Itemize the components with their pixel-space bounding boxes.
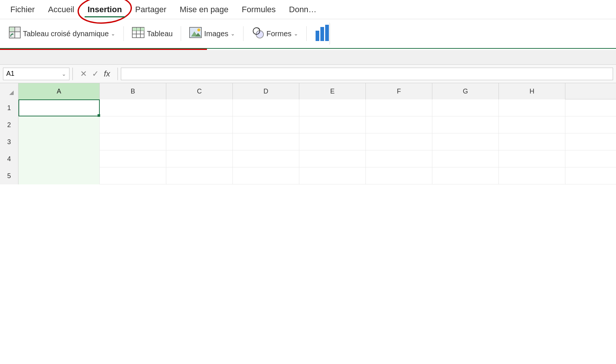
cell-B1[interactable] <box>100 99 166 116</box>
col-header-H[interactable]: H <box>499 83 565 99</box>
svg-rect-24 <box>316 31 319 41</box>
ribbon-tableau-croise[interactable]: Tableau croisé dynamique ⌄ <box>4 23 120 45</box>
cell-F1[interactable] <box>366 99 432 116</box>
cell-F3[interactable] <box>366 133 432 150</box>
cell-E3[interactable] <box>299 133 366 150</box>
row-header-1: 1 <box>0 99 18 116</box>
col-header-C[interactable]: C <box>166 83 233 99</box>
ribbon-sep-4 <box>306 26 307 41</box>
row-3: 3 <box>0 133 616 150</box>
menu-accueil[interactable]: Accueil <box>41 2 81 17</box>
cell-A4[interactable] <box>18 150 100 167</box>
menu-mise-en-page[interactable]: Mise en page <box>173 2 235 17</box>
menu-donnees[interactable]: Donn… <box>282 2 323 17</box>
svg-point-20 <box>197 28 200 31</box>
col-header-D[interactable]: D <box>233 83 299 99</box>
formes-chevron: ⌄ <box>294 31 298 37</box>
col-header-A[interactable]: A <box>18 83 100 99</box>
menu-fichier[interactable]: Fichier <box>4 2 41 17</box>
cell-E4[interactable] <box>299 150 366 167</box>
ribbon-formes[interactable]: Formes ⌄ <box>247 23 303 45</box>
cell-B3[interactable] <box>100 133 166 150</box>
confirm-button[interactable]: ✓ <box>92 69 99 79</box>
cell-B2[interactable] <box>100 116 166 133</box>
col-header-E[interactable]: E <box>299 83 366 99</box>
formes-label: Formes <box>266 30 292 38</box>
col-header-G[interactable]: G <box>432 83 499 99</box>
cell-D3[interactable] <box>233 133 299 150</box>
fx-button[interactable]: fx <box>104 69 110 79</box>
svg-rect-5 <box>15 27 20 31</box>
images-chevron: ⌄ <box>231 31 235 37</box>
cell-A1[interactable] <box>18 99 100 116</box>
svg-rect-4 <box>10 27 14 31</box>
svg-rect-16 <box>141 28 144 31</box>
menu-partager[interactable]: Partager <box>129 2 173 17</box>
cell-H5[interactable] <box>499 167 565 184</box>
ribbon-sep-3 <box>243 26 244 41</box>
cell-G3[interactable] <box>432 133 499 150</box>
row-header-3: 3 <box>0 133 18 150</box>
cell-C1[interactable] <box>166 99 233 116</box>
row-header-5: 5 <box>0 167 18 184</box>
cell-D5[interactable] <box>233 167 299 184</box>
cell-E5[interactable] <box>299 167 366 184</box>
cell-C3[interactable] <box>166 133 233 150</box>
menu-formules[interactable]: Formules <box>235 2 282 17</box>
formula-input[interactable] <box>121 68 613 80</box>
cell-F5[interactable] <box>366 167 432 184</box>
col-header-F[interactable]: F <box>366 83 432 99</box>
cell-G4[interactable] <box>432 150 499 167</box>
cell-C2[interactable] <box>166 116 233 133</box>
cell-A5[interactable] <box>18 167 100 184</box>
svg-rect-7 <box>15 32 20 38</box>
cell-H4[interactable] <box>499 150 565 167</box>
cancel-button[interactable]: ✕ <box>80 69 87 79</box>
column-headers: A B C D E F G H <box>0 83 616 99</box>
cell-D4[interactable] <box>233 150 299 167</box>
cell-B5[interactable] <box>100 167 166 184</box>
cell-H1[interactable] <box>499 99 565 116</box>
menu-bar: Fichier Accueil Insertion Partager Mise … <box>0 0 616 19</box>
select-all-triangle <box>9 91 14 95</box>
row-4: 4 <box>0 150 616 167</box>
cell-G1[interactable] <box>432 99 499 116</box>
cell-B4[interactable] <box>100 150 166 167</box>
cell-F2[interactable] <box>366 116 432 133</box>
cell-F4[interactable] <box>366 150 432 167</box>
cell-G5[interactable] <box>432 167 499 184</box>
formula-divider-2 <box>118 68 118 80</box>
cell-H2[interactable] <box>499 116 565 133</box>
table-icon <box>132 27 144 41</box>
svg-rect-25 <box>320 27 324 41</box>
row-2: 2 <box>0 116 616 133</box>
formula-divider <box>72 68 73 80</box>
name-box[interactable]: A1 ⌄ <box>3 68 69 80</box>
ribbon-images[interactable]: Images ⌄ <box>185 23 239 45</box>
cell-A2[interactable] <box>18 116 100 133</box>
row-5: 5 <box>0 167 616 184</box>
ribbon-spacer <box>0 50 616 65</box>
cell-reference: A1 <box>6 70 14 78</box>
insertion-wrapper: Insertion <box>88 5 122 14</box>
name-box-chevron[interactable]: ⌄ <box>62 71 66 77</box>
cell-E2[interactable] <box>299 116 366 133</box>
col-header-B[interactable]: B <box>100 83 166 99</box>
cell-E1[interactable] <box>299 99 366 116</box>
ribbon-tableau[interactable]: Tableau <box>127 23 177 45</box>
ribbon-graphiques[interactable] <box>310 23 330 45</box>
formula-actions: ✕ ✓ fx <box>76 69 115 79</box>
cell-D1[interactable] <box>233 99 299 116</box>
cell-D2[interactable] <box>233 116 299 133</box>
svg-rect-6 <box>10 32 14 38</box>
menu-insertion[interactable]: Insertion <box>81 2 129 17</box>
images-icon <box>189 27 202 41</box>
cell-C5[interactable] <box>166 167 233 184</box>
cell-C4[interactable] <box>166 150 233 167</box>
shapes-icon <box>252 26 264 41</box>
cell-H3[interactable] <box>499 133 565 150</box>
row-1: 1 <box>0 99 616 116</box>
images-label: Images <box>204 30 228 38</box>
cell-G2[interactable] <box>432 116 499 133</box>
cell-A3[interactable] <box>18 133 100 150</box>
